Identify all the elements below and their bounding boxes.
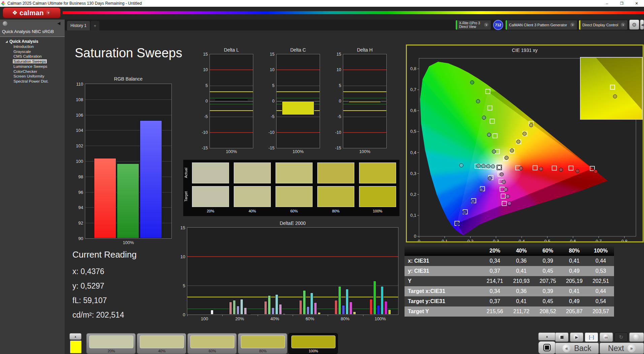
delta-h-title: Delta H bbox=[343, 47, 387, 53]
infinity-icon: ∞ bbox=[603, 334, 610, 341]
deltae-category-label: 100% bbox=[363, 316, 398, 321]
table-cell: 0,41 bbox=[561, 258, 588, 264]
pattern-options-up-icon[interactable]: ▲ bbox=[69, 333, 82, 340]
restore-icon[interactable]: ❐ bbox=[614, 0, 629, 7]
y-tick-label: -15 bbox=[264, 146, 275, 150]
extra-button[interactable] bbox=[629, 332, 644, 342]
y-tick-label: 110 bbox=[69, 82, 83, 87]
deltae-bar bbox=[388, 309, 391, 315]
blank-circle-icon bbox=[633, 334, 640, 341]
y-tick-label: -10 bbox=[331, 130, 341, 135]
y-tick-label: 0 bbox=[331, 99, 341, 104]
sidebar-item-spectral-power-dist-[interactable]: Spectral Power Dist. bbox=[0, 79, 65, 84]
gridline bbox=[210, 86, 253, 86]
sidebar-item-label: Screen Uniformity bbox=[13, 74, 45, 78]
single-read-button[interactable]: [··] bbox=[585, 332, 598, 342]
yellow-limit-line bbox=[210, 110, 253, 111]
stop-icon bbox=[558, 334, 565, 341]
table-header-row: 20%40%60%80%100% bbox=[405, 246, 614, 256]
tab-history-1[interactable]: History 1 bbox=[67, 21, 90, 30]
calman-diamond-icon: ❖ bbox=[12, 10, 18, 16]
next-button[interactable]: Next » bbox=[600, 343, 644, 354]
y-tick-label: 5 bbox=[264, 83, 275, 88]
minimize-icon[interactable]: – bbox=[600, 0, 614, 7]
delta-c-chart: Delta C151050-5-10-15100% bbox=[265, 47, 320, 154]
table-header-cell: 40% bbox=[508, 248, 535, 254]
back-chevrons-icon: « bbox=[562, 344, 571, 352]
status-sphere-icon bbox=[3, 21, 7, 26]
transport-options-up-icon[interactable]: ▲ bbox=[538, 332, 556, 341]
pattern-level-swatch bbox=[140, 335, 184, 348]
deltae-category-label: 60% bbox=[292, 316, 327, 321]
y-tick-label: 5 bbox=[331, 83, 341, 88]
pattern-window-button[interactable] bbox=[538, 341, 556, 354]
green-limit-line bbox=[210, 98, 253, 98]
pattern-level-button-40%[interactable]: 40% bbox=[137, 333, 186, 354]
tree-root-node[interactable]: Quick Analysis bbox=[0, 39, 65, 44]
green-limit-line bbox=[343, 98, 386, 98]
svg-text:0,2: 0,2 bbox=[410, 192, 416, 197]
display-control-dropdown[interactable]: Direct Display Control ▼ bbox=[579, 20, 628, 30]
deltae-bar bbox=[264, 301, 267, 315]
sync-button[interactable]: ↻ bbox=[614, 332, 628, 342]
target-swatch-60% bbox=[276, 186, 313, 207]
deltae-category-label: 100 bbox=[187, 316, 222, 321]
pattern-level-button-60%[interactable]: 60% bbox=[187, 333, 237, 354]
sidebar-item-screen-uniformity[interactable]: Screen Uniformity bbox=[0, 74, 65, 79]
sidebar-item-label: Introduction bbox=[13, 45, 34, 49]
current-reading-title: Current Reading bbox=[72, 249, 137, 260]
sidebar: ◀ Quick Analysis NBC sRGB Quick Analysis… bbox=[0, 20, 65, 354]
pattern-level-button-20%[interactable]: 20% bbox=[86, 333, 136, 354]
tree-root-label: Quick Analysis bbox=[9, 39, 38, 44]
inset-measured-marker bbox=[613, 94, 617, 98]
pattern-color-swatch[interactable] bbox=[70, 341, 82, 353]
deltae-bar bbox=[244, 307, 247, 315]
sidebar-item-grayscale[interactable]: Grayscale bbox=[0, 49, 65, 54]
y-tick-label: 10 bbox=[176, 254, 185, 259]
back-button[interactable]: « Back bbox=[555, 343, 599, 354]
collapse-sidebar-icon[interactable]: ◀ bbox=[57, 21, 60, 26]
green-limit-line bbox=[343, 104, 386, 105]
gear-icon[interactable]: ⚙ bbox=[629, 20, 639, 30]
actual-target-swatch-panel: ActualTarget20%40%60%80%100% bbox=[183, 160, 399, 216]
sidebar-item-colorchecker[interactable]: ColorChecker bbox=[0, 69, 65, 74]
y-tick-label: 94 bbox=[69, 205, 83, 210]
pattern-window-icon bbox=[543, 344, 551, 351]
target-row-label: Target bbox=[184, 186, 189, 207]
deltae-bar bbox=[240, 299, 243, 315]
pattern-level-button-80%[interactable]: 80% bbox=[238, 333, 287, 354]
close-icon[interactable]: ✕ bbox=[629, 0, 644, 7]
pattern-generator-dropdown[interactable]: CalMAN Client 3 Pattern Generator ▼ bbox=[505, 20, 577, 30]
gridline bbox=[85, 99, 171, 100]
sidebar-item-saturation-sweeps[interactable]: Saturation Sweeps bbox=[0, 59, 65, 64]
collapse-panel-icon[interactable]: ◀ bbox=[640, 20, 644, 30]
cie-1931-panel[interactable]: CIE 1931 xy 00,10,20,30,40,50,60,70,800,… bbox=[406, 45, 644, 242]
add-tab-button[interactable]: + bbox=[91, 21, 99, 30]
delta-h-chart: Delta H151050-5-10-15100% bbox=[331, 47, 387, 154]
rgb-balance-chart: 9092949698100102104106108110 bbox=[85, 84, 172, 239]
play-button[interactable]: ▶ bbox=[570, 332, 583, 342]
y-tick-label: 0 bbox=[176, 312, 185, 317]
deltae-bar bbox=[248, 314, 251, 315]
pattern-generator-label: CalMAN Client 3 Pattern Generator bbox=[507, 23, 570, 27]
y-tick-label: 15 bbox=[264, 52, 275, 57]
svg-text:0,8: 0,8 bbox=[410, 66, 416, 71]
meter-dropdown[interactable]: X-Rite i1Pro 3Direct View ▼ bbox=[455, 20, 491, 30]
yellow-limit-line bbox=[187, 297, 398, 297]
deltae-bar bbox=[310, 293, 313, 315]
y-tick-label: 92 bbox=[69, 220, 83, 226]
meter-count-badge[interactable]: 712 bbox=[493, 20, 503, 30]
calman-menu-button[interactable]: ❖ calman ▼ bbox=[3, 7, 61, 18]
sidebar-item-introduction[interactable]: Introduction bbox=[0, 44, 65, 49]
sidebar-item-cms-calibration[interactable]: CMS Calibration bbox=[0, 54, 65, 59]
workflow-title: Quick Analysis NBC sRGB bbox=[2, 29, 54, 34]
svg-text:0,6: 0,6 bbox=[570, 239, 576, 241]
pattern-level-button-100%[interactable]: 100% bbox=[288, 333, 338, 354]
continuous-read-button[interactable]: ∞ bbox=[600, 332, 613, 342]
sidebar-item-luminance-sweeps[interactable]: Luminance Sweeps bbox=[0, 64, 65, 69]
table-cell: 0,39 bbox=[535, 258, 561, 264]
actual-swatch-20% bbox=[192, 163, 229, 183]
tree-expander-icon[interactable] bbox=[5, 40, 8, 43]
stop-button[interactable] bbox=[555, 332, 569, 342]
sidebar-item-label: Luminance Sweeps bbox=[13, 64, 48, 68]
